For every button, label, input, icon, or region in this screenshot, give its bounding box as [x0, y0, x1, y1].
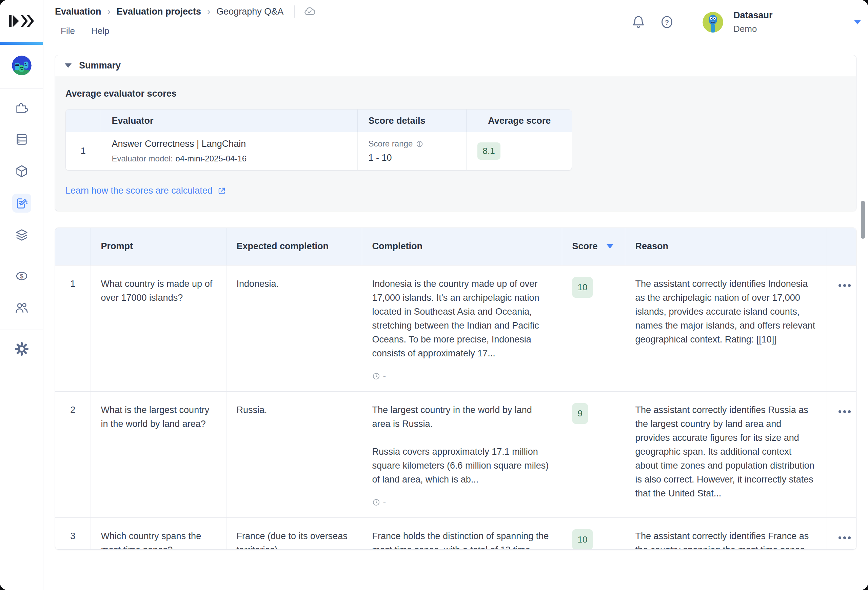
server-icon [15, 132, 29, 146]
evaluation-doc-edit-icon [15, 196, 29, 210]
sidebar-nav-secondary: $ [0, 257, 43, 317]
breadcrumb-divider [294, 6, 295, 18]
reason-text: The assistant correctly identifies Indon… [635, 277, 816, 347]
user-menu-caret-icon[interactable] [854, 20, 861, 24]
sidebar-item-billing[interactable]: $ [12, 267, 31, 286]
breadcrumb-item-current-project: Geography Q&A [216, 6, 283, 17]
results-header-score: Score [562, 228, 625, 265]
evaluator-cell: Answer Correctness | LangChain Evaluator… [101, 132, 357, 170]
completion-cell: Indonesia is the country made up of over… [362, 265, 562, 391]
result-row: 2 What is the largest country in the wor… [55, 391, 856, 518]
results-panel: Prompt Expected completion Completion Sc… [55, 227, 856, 550]
results-header-expected: Expected completion [226, 228, 362, 265]
user-names: Datasaur Demo [734, 10, 773, 34]
reason-cell: The assistant correctly identifies Russi… [625, 391, 827, 518]
evaluator-header-score-details: Score details [357, 109, 466, 132]
completion-text: Indonesia is the country made up of over… [372, 277, 552, 360]
workspace-avatar[interactable] [12, 56, 31, 75]
datasaur-logo-icon [9, 15, 35, 28]
evaluator-header-index [66, 109, 101, 132]
expected-completion-cell: Russia. [226, 391, 362, 518]
latency-value: - [383, 496, 386, 509]
prompt-text: What country is made up of over 17000 is… [101, 277, 216, 305]
expected-completion-cell: Indonesia. [226, 265, 362, 391]
row-actions-cell [827, 265, 856, 391]
row-actions-button[interactable] [837, 282, 852, 289]
topbar-right: ? [632, 0, 861, 44]
external-link-icon [217, 186, 226, 195]
reason-cell: The assistant correctly identifies Indon… [625, 265, 827, 391]
row-actions-button[interactable] [837, 408, 852, 415]
vertical-scrollbar-thumb[interactable] [861, 201, 865, 239]
main-content: Summary Average evaluator scores Evaluat… [43, 44, 868, 590]
latency-indicator: - [372, 496, 552, 509]
reason-text: The assistant correctly identifies Russi… [635, 403, 816, 500]
expected-completion-cell: France (due to its overseas territories)… [226, 518, 362, 550]
breadcrumb: Evaluation › Evaluation projects › Geogr… [55, 6, 316, 18]
clock-icon [372, 372, 380, 380]
svg-text:?: ? [665, 19, 669, 26]
row-index: 2 [70, 405, 75, 415]
evaluator-row-index: 1 [66, 132, 101, 170]
sort-desc-icon [607, 244, 613, 249]
summary-collapse-header[interactable]: Summary [55, 55, 856, 76]
row-actions-button[interactable] [837, 534, 852, 541]
workspace-avatar-icon [12, 56, 31, 75]
sidebar-item-evaluation[interactable] [12, 193, 31, 212]
layers-icon [15, 228, 29, 242]
puzzle-icon [15, 100, 29, 115]
prompt-text: Which country spans the most time zones? [101, 529, 216, 550]
completion-cell: The largest country in the world by land… [362, 391, 562, 518]
topbar: Evaluation › Evaluation projects › Geogr… [43, 0, 868, 44]
evaluator-table-header-row: Evaluator Score details Average score [66, 109, 572, 132]
info-icon[interactable] [416, 140, 423, 148]
evaluator-model-label: Evaluator model: [112, 154, 173, 163]
score-cell: 10 [562, 518, 625, 550]
sidebar-item-datasets[interactable] [12, 130, 31, 149]
help-circle-icon: ? [660, 15, 674, 29]
summary-panel: Summary Average evaluator scores Evaluat… [55, 55, 856, 211]
prompt-cell: What country is made up of over 17000 is… [90, 265, 226, 391]
score-range-value: 1 - 10 [369, 153, 455, 163]
row-actions-cell [827, 391, 856, 518]
row-index-cell: 1 [55, 265, 90, 391]
breadcrumb-item-evaluation[interactable]: Evaluation [55, 6, 101, 17]
results-header-completion: Completion [362, 228, 562, 265]
summary-body: Average evaluator scores Evaluator Score… [55, 76, 856, 211]
breadcrumb-separator: › [207, 6, 211, 17]
cube-icon [15, 164, 29, 178]
sidebar-item-labels[interactable] [12, 226, 31, 245]
score-sort-control[interactable]: Score [572, 241, 615, 252]
summary-title: Summary [79, 60, 121, 71]
results-header-reason: Reason [625, 228, 827, 265]
topbar-divider [688, 10, 688, 34]
sidebar-item-models[interactable] [12, 162, 31, 181]
cloud-sync-status-icon [303, 6, 316, 18]
menu-help[interactable]: Help [91, 26, 109, 36]
sidebar-accent-bar [0, 42, 43, 45]
clock-icon [372, 499, 380, 506]
average-score-cell: 8.1 [466, 132, 572, 170]
results-header-row: Prompt Expected completion Completion Sc… [55, 228, 856, 265]
sidebar-item-extensions[interactable] [12, 98, 31, 117]
sidebar-item-members[interactable] [12, 298, 31, 317]
evaluator-model-value: o4-mini-2025-04-16 [176, 154, 247, 163]
datasaur-logo[interactable] [0, 0, 43, 42]
menu-file[interactable]: File [61, 26, 75, 36]
row-index-cell: 2 [55, 391, 90, 518]
user-menu[interactable]: Datasaur Demo [703, 10, 861, 34]
collapse-caret-icon[interactable] [65, 63, 72, 68]
notifications-button[interactable] [632, 15, 645, 29]
sidebar: $ [0, 0, 43, 590]
average-score-badge: 8.1 [477, 142, 500, 160]
prompt-text: What is the largest country in the world… [101, 403, 216, 431]
breadcrumb-item-evaluation-projects[interactable]: Evaluation projects [117, 6, 201, 17]
row-index: 1 [70, 279, 75, 289]
help-button[interactable]: ? [660, 15, 674, 29]
completion-cell: France holds the distinction of spanning… [362, 518, 562, 550]
sidebar-item-settings[interactable] [12, 339, 31, 358]
evaluator-header-average-score: Average score [466, 109, 572, 132]
dollar-coin-icon: $ [15, 269, 29, 283]
learn-scores-link[interactable]: Learn how the scores are calculated [65, 186, 226, 196]
score-badge: 9 [572, 403, 588, 424]
